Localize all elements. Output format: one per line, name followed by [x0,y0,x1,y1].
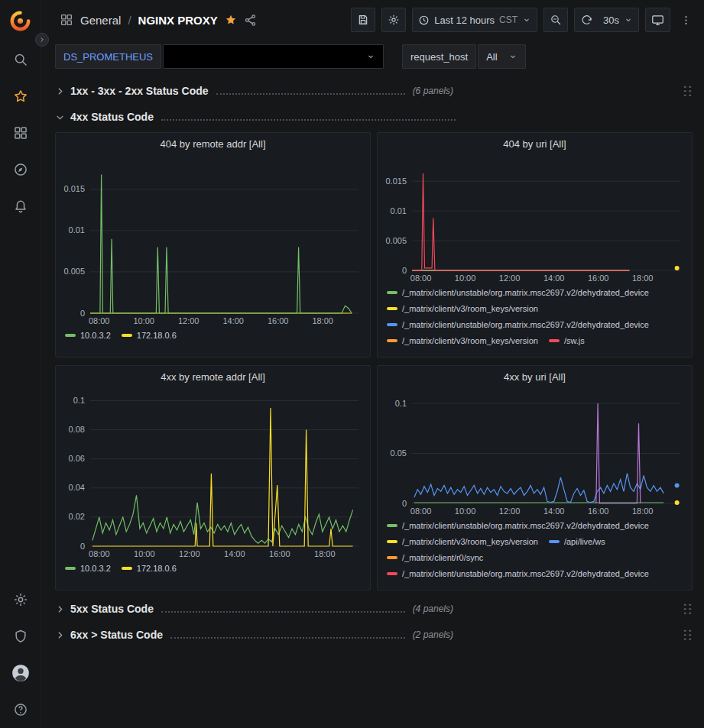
sidebar-item-configuration[interactable] [0,581,41,618]
legend-item[interactable]: 10.0.3.2 [65,328,111,341]
svg-text:14:00: 14:00 [222,316,244,325]
legend-series-marker [122,334,132,337]
svg-text:0.005: 0.005 [63,267,85,276]
svg-text:12:00: 12:00 [499,506,521,516]
sidebar-item-help[interactable] [0,691,41,728]
timeseries-chart[interactable]: 00.0050.010.01508:0010:0012:0014:0016:00… [380,154,689,284]
timeseries-chart[interactable]: 00.0050.010.01508:0010:0012:0014:0016:00… [58,154,368,327]
legend-item[interactable]: /_matrix/client/unstable/org.matrix.msc2… [387,286,649,299]
chevron-down-icon [508,52,517,61]
cycle-view-mode-button[interactable] [645,8,670,32]
sidebar-item-search[interactable] [0,41,41,78]
sidebar-item-alerting[interactable] [0,188,41,225]
legend-series-marker [387,307,397,310]
datasource-variable-value[interactable] [163,44,384,69]
legend-item[interactable]: /_matrix/client/unstable/org.matrix.msc2… [387,318,649,331]
request-host-variable-value[interactable]: All [478,44,525,69]
svg-text:0.015: 0.015 [385,176,407,186]
sidebar-item-starred[interactable] [0,78,41,115]
row-5xx-status-code[interactable]: 5xx Status Code (4 panels) [55,598,693,620]
legend-series-label: /api/live/ws [564,537,605,546]
legend-series-label: 172.18.0.6 [137,331,177,340]
svg-text:0.1: 0.1 [395,399,407,408]
legend-item[interactable]: /_matrix/client/v3/room_keys/version [387,535,538,548]
legend-series-marker [387,572,397,575]
zoom-out-time-button[interactable] [543,8,568,32]
panel-legend: /_matrix/client/unstable/org.matrix.msc2… [378,284,692,347]
dashboard-settings-button[interactable] [381,8,406,32]
svg-text:0.04: 0.04 [69,483,85,492]
legend-item[interactable]: /api/live/ws [549,535,605,548]
legend-series-marker [65,334,76,337]
row-1xx-3xx-2xx-status-code[interactable]: 1xx - 3xx - 2xx Status Code (6 panels) [55,80,693,102]
legend-item[interactable]: /_matrix/client/unstable/org.matrix.msc2… [387,567,649,580]
row-drag-handle[interactable] [683,85,693,97]
svg-text:0.08: 0.08 [69,425,85,434]
sidebar-expand-button[interactable] [35,33,49,47]
navbar: General / NGINX PROXY [41,0,704,40]
panel-title[interactable]: 4xx by uri [All] [378,366,692,387]
sidebar-item-profile[interactable] [0,655,41,691]
panel-legend: /_matrix/client/unstable/org.matrix.msc2… [378,517,692,580]
share-icon[interactable] [244,14,257,27]
panel-title[interactable]: 404 by remote addr [All] [56,133,370,154]
svg-text:0.02: 0.02 [69,512,85,521]
legend-series-marker [387,339,397,342]
panel-title[interactable]: 404 by uri [All] [378,133,692,154]
row-collapse-chevron-icon [55,604,70,614]
row-6xx-status-code[interactable]: 6xx > Status Code (2 panels) [55,624,693,645]
datasource-variable-label[interactable]: DS_PROMETHEUS [55,44,161,69]
timeseries-chart[interactable]: 00.050.108:0010:0012:0014:0016:0018:00 [380,387,689,517]
refresh-button[interactable] [574,8,599,32]
legend-item[interactable]: /_matrix/client/v3/room_keys/version [387,302,538,315]
legend-item[interactable]: /sw.js [549,334,585,347]
refresh-interval-picker[interactable]: 30s [598,8,639,32]
legend-series-label: 172.18.0.6 [137,564,177,573]
svg-text:0.005: 0.005 [385,236,407,245]
legend-series-label: /_matrix/client/v3/room_keys/version [402,304,538,313]
request-host-variable: request_host All [402,44,526,69]
save-dashboard-button[interactable] [351,8,375,32]
legend-item[interactable]: /_matrix/client/v3/room_keys/version [387,334,538,347]
legend-series-label: /sw.js [564,336,585,345]
row-drag-handle[interactable] [683,603,693,615]
legend-item[interactable]: 172.18.0.6 [122,561,177,574]
legend-series-label: /_matrix/client/unstable/org.matrix.msc2… [402,569,649,578]
dashboard-title[interactable]: NGINX PROXY [138,14,218,27]
svg-text:12:00: 12:00 [179,549,200,558]
sidebar [0,0,41,728]
sidebar-item-dashboards[interactable] [0,115,41,151]
favorite-star-icon[interactable] [225,14,237,26]
timeseries-chart[interactable]: 00.020.040.060.080.108:0010:0012:0014:00… [58,387,368,560]
dotted-leader [216,93,405,95]
dotted-leader [170,637,405,639]
dotted-leader [161,611,405,613]
legend-item[interactable]: /_matrix/client/r0/sync [387,551,483,564]
navbar-actions: Last 12 hours CST 30s [351,8,695,32]
more-options-button[interactable] [676,8,695,32]
svg-text:18:00: 18:00 [312,316,333,325]
legend-item[interactable]: 172.18.0.6 [122,328,177,341]
svg-text:18:00: 18:00 [632,506,654,516]
sidebar-item-explore[interactable] [0,151,41,188]
svg-text:08:00: 08:00 [89,549,110,558]
grafana-logo[interactable] [10,0,31,41]
row-collapse-chevron-icon [55,86,70,96]
row-drag-handle[interactable] [683,629,693,641]
row-panel-count: (4 panels) [413,603,453,614]
row-4xx-status-code[interactable]: 4xx Status Code [55,106,693,128]
time-range-picker[interactable]: Last 12 hours CST [412,8,537,32]
panel-legend: 10.0.3.2172.18.0.6 [56,560,370,579]
svg-text:0: 0 [80,309,85,318]
legend-item[interactable]: 10.0.3.2 [65,561,111,574]
chevron-down-icon [366,52,375,61]
grafana-app: General / NGINX PROXY [0,0,704,728]
legend-item[interactable]: /_matrix/client/unstable/org.matrix.msc2… [387,519,649,532]
sidebar-item-server-admin[interactable] [0,618,41,655]
svg-text:0: 0 [80,542,85,551]
legend-series-label: /_matrix/client/unstable/org.matrix.msc2… [402,521,649,530]
panel-title[interactable]: 4xx by remote addr [All] [56,366,370,387]
variables-bar: DS_PROMETHEUS request_host All [41,40,704,75]
breadcrumb-section[interactable]: General [80,14,121,27]
gear-icon [388,14,400,26]
